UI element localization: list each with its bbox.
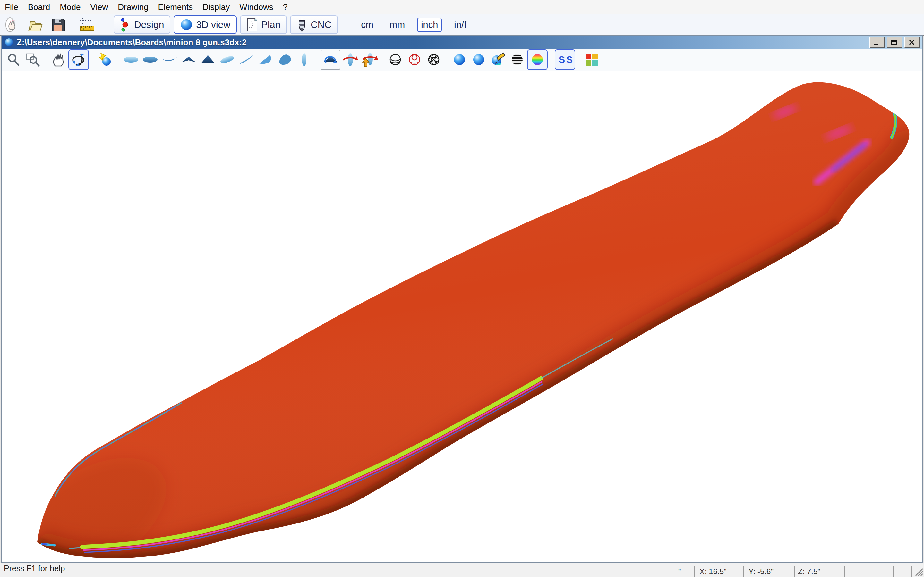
document-window: Z:\Users\dennery\Documents\Boards\minion… bbox=[1, 35, 923, 562]
plan-sheet-icon bbox=[246, 18, 258, 32]
open-folder-icon[interactable] bbox=[26, 15, 44, 34]
wireframe-sections-icon[interactable] bbox=[405, 50, 424, 69]
status-empty-cell-2 bbox=[868, 566, 892, 577]
rotate-3d-icon[interactable] bbox=[68, 49, 89, 70]
menu-drawing[interactable]: Drawing bbox=[113, 0, 153, 14]
view-toolbar: S S bbox=[2, 49, 922, 71]
outline-bottom-icon[interactable] bbox=[141, 50, 160, 69]
unit-mm[interactable]: mm bbox=[386, 18, 409, 32]
design-button-label: Design bbox=[134, 19, 164, 30]
close-button[interactable] bbox=[904, 37, 919, 48]
svg-text:0: 0 bbox=[89, 27, 91, 31]
zoom-window-icon[interactable] bbox=[23, 50, 42, 69]
menu-display[interactable]: Display bbox=[198, 0, 234, 14]
main-toolbar: 10 Design 3D view Plan bbox=[0, 15, 924, 35]
menu-mode[interactable]: Mode bbox=[55, 0, 86, 14]
outline-top-icon[interactable] bbox=[121, 50, 140, 69]
dimensions-icon[interactable]: 10 bbox=[78, 15, 96, 34]
zoom-icon[interactable] bbox=[4, 50, 23, 69]
menu-windows[interactable]: Windows bbox=[234, 0, 278, 14]
plan-button-label: Plan bbox=[261, 19, 280, 30]
rocker-icon[interactable] bbox=[160, 50, 179, 69]
perspective-tail-icon[interactable] bbox=[256, 50, 275, 69]
symmetry-icon[interactable]: S S bbox=[555, 49, 575, 70]
menu-file[interactable]: File bbox=[0, 0, 23, 14]
new-board-icon[interactable] bbox=[3, 15, 21, 34]
tiles-icon[interactable] bbox=[582, 50, 601, 69]
app-sphere-icon bbox=[5, 38, 13, 47]
section-thin-icon[interactable] bbox=[179, 50, 198, 69]
status-unit-cell: " bbox=[675, 566, 695, 577]
design-button[interactable]: Design bbox=[113, 15, 170, 34]
section-icon[interactable] bbox=[199, 50, 217, 69]
sphere-icon bbox=[180, 18, 193, 31]
wireframe-mesh-icon[interactable] bbox=[425, 50, 443, 69]
status-empty-cell-1 bbox=[845, 566, 867, 577]
front-view-icon[interactable] bbox=[295, 50, 313, 69]
surfboard-render bbox=[2, 71, 922, 562]
save-icon[interactable] bbox=[49, 15, 67, 34]
resize-grip[interactable] bbox=[914, 567, 923, 576]
cnc-button[interactable]: CNC bbox=[290, 15, 338, 34]
window-controls bbox=[869, 37, 919, 48]
menu-file-accel: F bbox=[5, 2, 10, 12]
status-help-text: Press F1 for help bbox=[4, 564, 65, 573]
cnc-tool-icon bbox=[296, 17, 307, 32]
flip-icon[interactable] bbox=[360, 50, 379, 69]
menu-help[interactable]: ? bbox=[278, 0, 292, 14]
wireframe-icon[interactable] bbox=[386, 50, 405, 69]
svg-text:S: S bbox=[566, 54, 573, 65]
menu-windows-accel: W bbox=[239, 2, 247, 12]
status-x-coordinate: X: 16.5" bbox=[696, 566, 744, 577]
render-icon[interactable] bbox=[96, 50, 115, 69]
perspective-deck-icon[interactable] bbox=[276, 50, 294, 69]
restore-button[interactable] bbox=[887, 37, 902, 48]
status-cells: " X: 16.5" Y: -5.6" Z: 7.5" bbox=[675, 562, 924, 577]
marker-icon[interactable] bbox=[489, 50, 507, 69]
pan-hand-icon[interactable] bbox=[49, 50, 68, 69]
minimize-button[interactable] bbox=[869, 37, 885, 48]
3d-view-button-label: 3D view bbox=[196, 19, 230, 30]
auto-rotate-icon[interactable] bbox=[320, 50, 341, 69]
svg-text:1: 1 bbox=[82, 27, 84, 31]
design-nodes-icon bbox=[120, 18, 131, 32]
menu-windows-rest: indows bbox=[247, 2, 273, 12]
menu-board[interactable]: Board bbox=[23, 0, 55, 14]
perspective-nose-icon[interactable] bbox=[218, 50, 236, 69]
svg-text:S: S bbox=[559, 54, 565, 65]
status-empty-cell-3 bbox=[893, 566, 912, 577]
menu-view[interactable]: View bbox=[86, 0, 113, 14]
status-bar: Press F1 for help " X: 16.5" Y: -5.6" Z:… bbox=[0, 562, 924, 577]
document-title: Z:\Users\dennery\Documents\Boards\minion… bbox=[17, 37, 247, 47]
plan-button[interactable]: Plan bbox=[240, 15, 287, 34]
perspective-rocker-icon[interactable] bbox=[237, 50, 256, 69]
cnc-button-label: CNC bbox=[310, 19, 331, 30]
document-title-bar[interactable]: Z:\Users\dennery\Documents\Boards\minion… bbox=[2, 36, 922, 49]
menu-file-rest: ile bbox=[10, 2, 18, 12]
unit-inf[interactable]: in/f bbox=[450, 18, 470, 32]
rotate-left-icon[interactable] bbox=[341, 50, 360, 69]
status-y-coordinate: Y: -5.6" bbox=[745, 566, 793, 577]
unit-selector: cm mm inch in/f bbox=[357, 18, 470, 32]
menu-bar: File Board Mode View Drawing Elements Di… bbox=[0, 0, 924, 15]
layers-icon[interactable] bbox=[508, 50, 527, 69]
status-z-coordinate: Z: 7.5" bbox=[795, 566, 843, 577]
smooth-icon[interactable] bbox=[469, 50, 488, 69]
3d-view-button[interactable]: 3D view bbox=[174, 15, 237, 34]
curvature-icon[interactable] bbox=[527, 49, 548, 70]
shaded-icon[interactable] bbox=[450, 50, 469, 69]
unit-cm[interactable]: cm bbox=[357, 18, 377, 32]
menu-elements[interactable]: Elements bbox=[153, 0, 198, 14]
viewport-3d[interactable] bbox=[2, 71, 922, 562]
unit-inch[interactable]: inch bbox=[417, 18, 442, 32]
